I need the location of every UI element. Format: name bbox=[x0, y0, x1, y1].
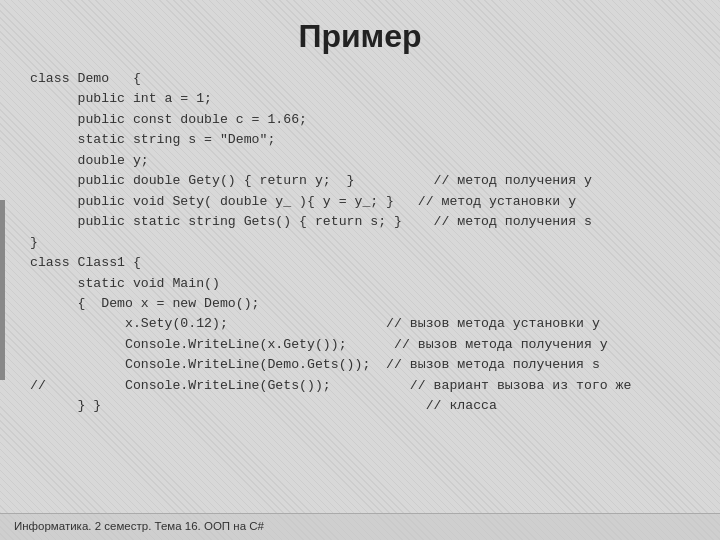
slide-title: Пример bbox=[0, 0, 720, 65]
slide-content: class Demo { public int a = 1; public co… bbox=[0, 65, 720, 513]
slide: Пример class Demo { public int a = 1; pu… bbox=[0, 0, 720, 540]
left-accent bbox=[0, 200, 5, 380]
slide-footer: Информатика. 2 семестр. Тема 16. ООП на … bbox=[0, 513, 720, 540]
code-block: class Demo { public int a = 1; public co… bbox=[30, 69, 690, 417]
